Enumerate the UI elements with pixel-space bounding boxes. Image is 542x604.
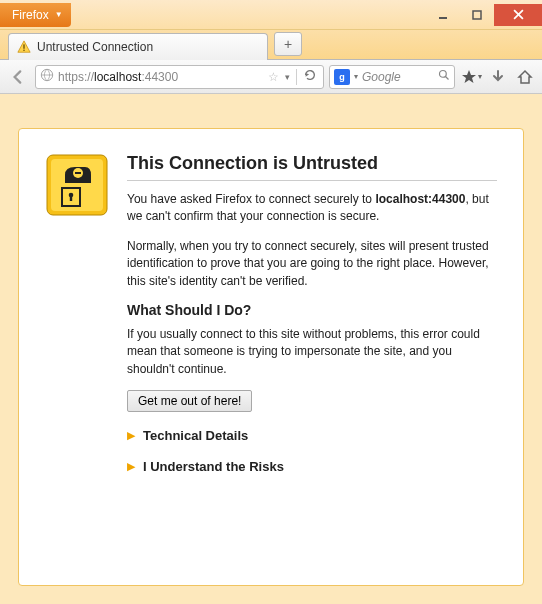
svg-rect-11 (70, 195, 72, 201)
window-maximize-button[interactable] (460, 4, 494, 26)
minimize-icon (438, 10, 448, 20)
downloads-button[interactable] (487, 66, 509, 88)
expand-arrow-icon: ▶ (127, 429, 135, 442)
expand-arrow-icon: ▶ (127, 460, 135, 473)
new-tab-button[interactable]: + (274, 32, 302, 56)
url-scheme: https:// (58, 70, 94, 84)
svg-rect-2 (23, 44, 24, 48)
what-should-i-do-heading: What Should I Do? (127, 302, 497, 318)
url-bar[interactable]: https://localhost:44300 ☆ ▾ (35, 65, 324, 89)
window-controls (426, 4, 542, 26)
url-host: localhost (94, 70, 141, 84)
download-arrow-icon (490, 69, 506, 85)
chevron-down-icon: ▾ (478, 72, 482, 81)
reload-icon[interactable] (303, 68, 317, 85)
technical-details-label: Technical Details (143, 428, 248, 443)
tab-active[interactable]: Untrusted Connection (8, 33, 268, 60)
search-bar[interactable]: g ▾ Google (329, 65, 455, 89)
search-placeholder: Google (362, 70, 401, 84)
home-button[interactable] (514, 66, 536, 88)
chevron-down-icon: ▼ (55, 10, 63, 19)
untrusted-badge-icon (45, 153, 109, 217)
urlbar-divider (296, 69, 297, 85)
error-para-3: If you usually connect to this site with… (127, 326, 497, 378)
home-icon (517, 69, 533, 85)
urlbar-endcap: ☆ ▾ (268, 68, 321, 85)
tab-strip: Untrusted Connection + (0, 30, 542, 60)
svg-rect-0 (439, 17, 447, 19)
plus-icon: + (284, 36, 292, 52)
engine-chevron-icon: ▾ (354, 72, 358, 81)
get-me-out-button[interactable]: Get me out of here! (127, 390, 252, 412)
firefox-menu-button[interactable]: Firefox ▼ (0, 3, 71, 27)
error-body: This Connection is Untrusted You have as… (127, 153, 497, 559)
warning-triangle-icon (17, 40, 31, 54)
error-host: localhost:44300 (375, 192, 465, 206)
dropdown-chevron-icon[interactable]: ▾ (285, 72, 290, 82)
error-panel: This Connection is Untrusted You have as… (18, 128, 524, 586)
url-text: https://localhost:44300 (58, 70, 264, 84)
firefox-menu-label: Firefox (12, 8, 49, 22)
error-para-1: You have asked Firefox to connect secure… (127, 191, 497, 226)
error-para-2: Normally, when you try to connect secure… (127, 238, 497, 290)
nav-toolbar: https://localhost:44300 ☆ ▾ g ▾ Google ▾ (0, 60, 542, 94)
bookmark-star-icon[interactable]: ☆ (268, 70, 279, 84)
tab-title: Untrusted Connection (37, 40, 153, 54)
window-minimize-button[interactable] (426, 4, 460, 26)
google-engine-icon[interactable]: g (334, 69, 350, 85)
page-content-area: This Connection is Untrusted You have as… (0, 94, 542, 604)
bookmarks-menu-button[interactable]: ▾ (460, 66, 482, 88)
window-titlebar: Firefox ▼ (0, 0, 542, 30)
search-icon[interactable] (438, 69, 450, 84)
globe-icon (40, 68, 54, 85)
window-close-button[interactable] (494, 4, 542, 26)
close-icon (513, 9, 524, 20)
svg-rect-9 (75, 172, 81, 174)
bookmark-filled-icon (461, 69, 477, 85)
url-port: :44300 (141, 70, 178, 84)
error-heading: This Connection is Untrusted (127, 153, 497, 181)
nav-back-button[interactable] (6, 65, 30, 89)
technical-details-expander[interactable]: ▶ Technical Details (127, 428, 497, 443)
maximize-icon (472, 10, 482, 20)
understand-risks-expander[interactable]: ▶ I Understand the Risks (127, 459, 497, 474)
svg-rect-3 (23, 50, 24, 51)
back-arrow-icon (9, 68, 27, 86)
svg-point-5 (440, 71, 447, 78)
understand-risks-label: I Understand the Risks (143, 459, 284, 474)
svg-rect-1 (473, 11, 481, 19)
